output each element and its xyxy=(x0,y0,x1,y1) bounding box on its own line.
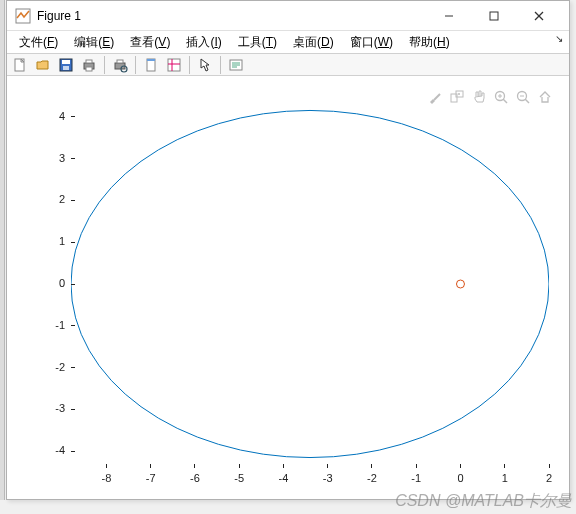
svg-rect-11 xyxy=(86,67,92,71)
pan-icon[interactable] xyxy=(469,88,489,106)
svg-rect-17 xyxy=(168,59,180,71)
ytick-mark xyxy=(71,325,75,326)
ytick-mark xyxy=(71,242,75,243)
maximize-button[interactable] xyxy=(471,2,516,30)
xtick-label: -5 xyxy=(234,472,244,484)
menu-w[interactable]: 窗口(W) xyxy=(342,32,401,53)
ytick-mark xyxy=(71,116,75,117)
ytick-mark xyxy=(71,451,75,452)
layout-button[interactable] xyxy=(163,55,185,75)
svg-rect-16 xyxy=(147,59,155,61)
toolbar xyxy=(7,53,569,76)
menu-t[interactable]: 工具(T) xyxy=(230,32,285,53)
xtick-label: 0 xyxy=(457,472,463,484)
menu-h[interactable]: 帮助(H) xyxy=(401,32,458,53)
zoom-in-icon[interactable] xyxy=(491,88,511,106)
minimize-button[interactable] xyxy=(426,2,471,30)
open-button[interactable] xyxy=(32,55,54,75)
plot-svg xyxy=(71,100,549,468)
menu-d[interactable]: 桌面(D) xyxy=(285,32,342,53)
ytick-mark xyxy=(71,409,75,410)
brush-icon[interactable] xyxy=(425,88,445,106)
xtick-mark xyxy=(371,464,372,468)
xtick-mark xyxy=(327,464,328,468)
toolbar-separator xyxy=(220,56,221,74)
axes-toolbar xyxy=(425,88,555,106)
titlebar[interactable]: Figure 1 xyxy=(7,1,569,31)
svg-point-27 xyxy=(458,93,460,95)
ellipse-curve xyxy=(71,110,549,457)
data-tip-icon[interactable] xyxy=(447,88,467,106)
ytick-mark xyxy=(71,367,75,368)
toolbar-separator xyxy=(189,56,190,74)
window-title: Figure 1 xyxy=(37,9,426,23)
xtick-mark xyxy=(460,464,461,468)
ytick-label: -4 xyxy=(35,444,65,456)
ytick-label: 3 xyxy=(35,152,65,164)
app-icon xyxy=(15,8,31,24)
ytick-mark xyxy=(71,284,75,285)
xtick-mark xyxy=(106,464,107,468)
xtick-label: -3 xyxy=(323,472,333,484)
close-button[interactable] xyxy=(516,2,561,30)
toolbar-separator xyxy=(135,56,136,74)
xtick-label: 2 xyxy=(546,472,552,484)
svg-line-33 xyxy=(525,99,529,103)
home-icon[interactable] xyxy=(535,88,555,106)
save-button[interactable] xyxy=(55,55,77,75)
ytick-label: 4 xyxy=(35,110,65,122)
xtick-mark xyxy=(416,464,417,468)
new-button[interactable] xyxy=(9,55,31,75)
ytick-mark xyxy=(71,200,75,201)
svg-rect-10 xyxy=(86,60,92,63)
svg-line-29 xyxy=(503,99,507,103)
xtick-mark xyxy=(504,464,505,468)
xtick-mark xyxy=(239,464,240,468)
print-preview-button[interactable] xyxy=(109,55,131,75)
ytick-label: -2 xyxy=(35,361,65,373)
link-button[interactable] xyxy=(140,55,162,75)
left-gutter xyxy=(0,0,5,500)
ytick-label: 0 xyxy=(35,277,65,289)
ytick-label: -1 xyxy=(35,319,65,331)
svg-rect-13 xyxy=(117,60,123,63)
xtick-label: 1 xyxy=(502,472,508,484)
menubar: 文件(F)编辑(E)查看(V)插入(I)工具(T)桌面(D)窗口(W)帮助(H)… xyxy=(7,31,569,53)
axes[interactable]: -4-3-2-101234-8-7-6-5-4-3-2-1012 xyxy=(71,100,549,468)
menu-v[interactable]: 查看(V) xyxy=(122,32,178,53)
xtick-label: -4 xyxy=(279,472,289,484)
insert-text-button[interactable] xyxy=(225,55,247,75)
arrow-button[interactable] xyxy=(194,55,216,75)
zoom-out-icon[interactable] xyxy=(513,88,533,106)
figure-area: -4-3-2-101234-8-7-6-5-4-3-2-1012 xyxy=(7,76,569,499)
xtick-mark xyxy=(194,464,195,468)
xtick-mark xyxy=(549,464,550,468)
xtick-label: -1 xyxy=(411,472,421,484)
window-controls xyxy=(426,2,561,30)
svg-rect-8 xyxy=(63,66,69,70)
print-button[interactable] xyxy=(78,55,100,75)
figure-window: Figure 1 文件(F)编辑(E)查看(V)插入(I)工具(T)桌面(D)窗… xyxy=(6,0,570,500)
xtick-label: -8 xyxy=(102,472,112,484)
watermark: CSDN @MATLAB卡尔曼 xyxy=(395,491,572,512)
xtick-label: -7 xyxy=(146,472,156,484)
ytick-label: 2 xyxy=(35,193,65,205)
xtick-label: -6 xyxy=(190,472,200,484)
menu-i[interactable]: 插入(I) xyxy=(178,32,229,53)
svg-rect-7 xyxy=(62,60,70,64)
ytick-label: 1 xyxy=(35,235,65,247)
ytick-label: -3 xyxy=(35,402,65,414)
toolbar-separator xyxy=(104,56,105,74)
menubar-corner[interactable]: ↘ xyxy=(555,33,563,44)
xtick-mark xyxy=(283,464,284,468)
svg-rect-2 xyxy=(490,12,498,20)
marker-point xyxy=(456,280,464,288)
ytick-mark xyxy=(71,158,75,159)
xtick-label: -2 xyxy=(367,472,377,484)
menu-f[interactable]: 文件(F) xyxy=(11,32,66,53)
menu-e[interactable]: 编辑(E) xyxy=(66,32,122,53)
svg-line-24 xyxy=(434,94,440,100)
xtick-mark xyxy=(150,464,151,468)
